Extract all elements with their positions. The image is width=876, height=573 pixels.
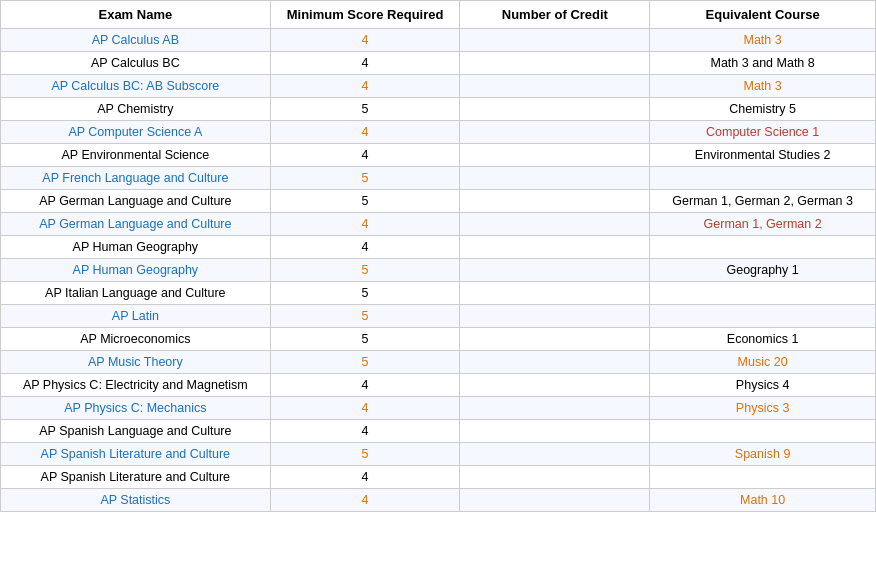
exam-name-cell: AP German Language and Culture (1, 213, 271, 236)
exam-name-cell: AP Environmental Science (1, 144, 271, 167)
credits-cell (460, 282, 650, 305)
equiv-course-cell (650, 167, 876, 190)
min-score-cell: 4 (270, 489, 460, 512)
exam-name-cell: AP Human Geography (1, 259, 271, 282)
min-score-cell: 4 (270, 75, 460, 98)
min-score-cell: 5 (270, 167, 460, 190)
credits-cell (460, 52, 650, 75)
exam-name-cell: AP Calculus BC: AB Subscore (1, 75, 271, 98)
credits-cell (460, 29, 650, 52)
table-row: AP Spanish Literature and Culture4 (1, 466, 876, 489)
credits-cell (460, 98, 650, 121)
credits-cell (460, 351, 650, 374)
exam-name-cell: AP Physics C: Mechanics (1, 397, 271, 420)
min-score-cell: 4 (270, 121, 460, 144)
min-score-cell: 5 (270, 259, 460, 282)
credits-cell (460, 167, 650, 190)
ap-exam-table: Exam Name Minimum Score Required Number … (0, 0, 876, 512)
table-row: AP Calculus BC4Math 3 and Math 8 (1, 52, 876, 75)
min-score-cell: 5 (270, 98, 460, 121)
min-score-cell: 5 (270, 443, 460, 466)
table-row: AP Human Geography5Geography 1 (1, 259, 876, 282)
table-row: AP Physics C: Mechanics4Physics 3 (1, 397, 876, 420)
exam-name-cell: AP Italian Language and Culture (1, 282, 271, 305)
equiv-course-cell (650, 466, 876, 489)
exam-name-cell: AP Human Geography (1, 236, 271, 259)
min-score-cell: 4 (270, 52, 460, 75)
equiv-course-cell: Geography 1 (650, 259, 876, 282)
header-equiv-course: Equivalent Course (650, 1, 876, 29)
exam-name-cell: AP Physics C: Electricity and Magnetism (1, 374, 271, 397)
min-score-cell: 5 (270, 190, 460, 213)
equiv-course-cell (650, 420, 876, 443)
equiv-course-cell: Spanish 9 (650, 443, 876, 466)
equiv-course-cell: Math 3 (650, 29, 876, 52)
credits-cell (460, 75, 650, 98)
equiv-course-cell: German 1, German 2 (650, 213, 876, 236)
exam-name-cell: AP Calculus AB (1, 29, 271, 52)
table-row: AP German Language and Culture4German 1,… (1, 213, 876, 236)
credits-cell (460, 420, 650, 443)
equiv-course-cell: Physics 3 (650, 397, 876, 420)
min-score-cell: 4 (270, 420, 460, 443)
equiv-course-cell: Chemistry 5 (650, 98, 876, 121)
equiv-course-cell: Math 3 and Math 8 (650, 52, 876, 75)
min-score-cell: 4 (270, 397, 460, 420)
min-score-cell: 4 (270, 466, 460, 489)
table-row: AP Music Theory5Music 20 (1, 351, 876, 374)
min-score-cell: 5 (270, 282, 460, 305)
credits-cell (460, 466, 650, 489)
equiv-course-cell: Economics 1 (650, 328, 876, 351)
equiv-course-cell: Math 3 (650, 75, 876, 98)
min-score-cell: 4 (270, 144, 460, 167)
table-row: AP Spanish Literature and Culture5Spanis… (1, 443, 876, 466)
min-score-cell: 5 (270, 351, 460, 374)
credits-cell (460, 121, 650, 144)
table-row: AP Physics C: Electricity and Magnetism4… (1, 374, 876, 397)
exam-name-cell: AP Latin (1, 305, 271, 328)
table-row: AP Italian Language and Culture5 (1, 282, 876, 305)
exam-name-cell: AP Computer Science A (1, 121, 271, 144)
exam-name-cell: AP Spanish Literature and Culture (1, 466, 271, 489)
equiv-course-cell: Computer Science 1 (650, 121, 876, 144)
credits-cell (460, 144, 650, 167)
table-row: AP Calculus BC: AB Subscore4Math 3 (1, 75, 876, 98)
equiv-course-cell (650, 236, 876, 259)
equiv-course-cell: Math 10 (650, 489, 876, 512)
table-row: AP Latin5 (1, 305, 876, 328)
equiv-course-cell (650, 282, 876, 305)
credits-cell (460, 443, 650, 466)
exam-name-cell: AP French Language and Culture (1, 167, 271, 190)
exam-name-cell: AP German Language and Culture (1, 190, 271, 213)
min-score-cell: 4 (270, 374, 460, 397)
table-row: AP Computer Science A4Computer Science 1 (1, 121, 876, 144)
table-row: AP Chemistry5Chemistry 5 (1, 98, 876, 121)
credits-cell (460, 305, 650, 328)
equiv-course-cell: Environmental Studies 2 (650, 144, 876, 167)
min-score-cell: 4 (270, 213, 460, 236)
exam-name-cell: AP Microeconomics (1, 328, 271, 351)
exam-name-cell: AP Chemistry (1, 98, 271, 121)
credits-cell (460, 259, 650, 282)
credits-cell (460, 374, 650, 397)
min-score-cell: 5 (270, 305, 460, 328)
equiv-course-cell: German 1, German 2, German 3 (650, 190, 876, 213)
credits-cell (460, 397, 650, 420)
credits-cell (460, 236, 650, 259)
exam-name-cell: AP Spanish Language and Culture (1, 420, 271, 443)
table-row: AP Calculus AB4Math 3 (1, 29, 876, 52)
table-row: AP Environmental Science4Environmental S… (1, 144, 876, 167)
credits-cell (460, 213, 650, 236)
header-min-score: Minimum Score Required (270, 1, 460, 29)
credits-cell (460, 190, 650, 213)
header-credits: Number of Credit (460, 1, 650, 29)
equiv-course-cell (650, 305, 876, 328)
min-score-cell: 4 (270, 236, 460, 259)
equiv-course-cell: Physics 4 (650, 374, 876, 397)
header-exam-name: Exam Name (1, 1, 271, 29)
table-row: AP Microeconomics5Economics 1 (1, 328, 876, 351)
credits-cell (460, 489, 650, 512)
table-row: AP French Language and Culture5 (1, 167, 876, 190)
min-score-cell: 5 (270, 328, 460, 351)
exam-name-cell: AP Statistics (1, 489, 271, 512)
